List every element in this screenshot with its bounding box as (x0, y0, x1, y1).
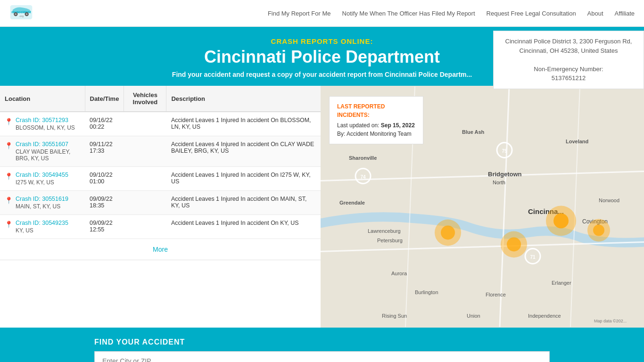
svg-text:Map data ©202...: Map data ©202... (594, 319, 627, 323)
map-section[interactable]: 74 75 71 Sharonville Blue Ash Loveland G… (321, 86, 644, 328)
svg-text:Blue Ash: Blue Ash (462, 129, 485, 135)
svg-text:Union: Union (467, 313, 480, 319)
pin-icon: 📍 (5, 173, 13, 180)
datetime-cell: 09/10/22 01:00 (85, 167, 124, 191)
nav-notify[interactable]: Notify Me When The Officer Has Filed My … (342, 10, 475, 17)
more-link-row: More (0, 239, 321, 260)
description-cell: Accident Leaves 1 Injured In accident On… (166, 191, 321, 215)
svg-text:Sharonville: Sharonville (349, 155, 377, 161)
location-cell: 📍 Crash ID: 30549235 KY, US (5, 220, 80, 234)
col-vehicles: Vehicles Involved (124, 86, 166, 112)
crash-id-link[interactable]: Crash ID: 30571293 (16, 117, 75, 123)
find-accident-title: FIND YOUR ACCIDENT (94, 338, 550, 346)
nav-about[interactable]: About (587, 10, 603, 17)
location-cell: 📍 Crash ID: 30571293 BLOSSOM, LN, KY, US (5, 117, 80, 131)
svg-text:Florence: Florence (486, 292, 506, 297)
table-row: 📍 Crash ID: 30549455 I275 W, KY, US 09/1… (0, 167, 321, 191)
svg-text:Bridgetown: Bridgetown (488, 171, 522, 178)
table-row: 📍 Crash ID: 30549235 KY, US 09/09/22 12:… (0, 215, 321, 239)
description-cell: Accident Leaves 1 Injured In accident On… (166, 215, 321, 239)
location-text: KY, US (16, 227, 68, 234)
vehicles-cell (124, 136, 166, 167)
last-reported-box: LAST REPORTED INCIDENTS: Last updated on… (329, 96, 423, 144)
svg-text:Independence: Independence (528, 313, 561, 319)
pin-icon: 📍 (5, 118, 13, 125)
svg-text:North: North (493, 180, 505, 185)
nav-legal[interactable]: Request Free Legal Consultation (487, 10, 576, 17)
location-cell: 📍 Crash ID: 30551619 MAIN, ST, KY, US (5, 196, 80, 210)
datetime-cell: 09/11/22 17:33 (85, 136, 124, 167)
col-description: Description (166, 86, 321, 112)
updated-date: Sep 15, 2022 (381, 122, 415, 129)
svg-text:Loveland: Loveland (566, 139, 588, 144)
svg-text:75: 75 (502, 148, 507, 154)
svg-text:Burlington: Burlington (415, 289, 438, 295)
col-location: Location (0, 86, 85, 112)
svg-point-6 (26, 13, 28, 15)
datetime-cell: 09/09/22 18:35 (85, 191, 124, 215)
svg-point-38 (441, 226, 455, 240)
navbar: myaccident .org Find My Report For Me No… (0, 0, 644, 27)
last-updated: Last updated on: Sep 15, 2022 (337, 121, 415, 130)
location-text: CLAY WADE BAILEY, BRG, KY, US (16, 148, 80, 162)
svg-text:Greendale: Greendale (339, 200, 365, 206)
col-datetime: Date/Time (85, 86, 124, 112)
nav-affiliate[interactable]: Affiliate (615, 10, 635, 17)
datetime-cell: 09/16/22 00:22 (85, 112, 124, 136)
crash-id-link[interactable]: Crash ID: 30551619 (16, 196, 68, 202)
svg-point-40 (507, 238, 521, 252)
logo[interactable]: myaccident .org (9, 4, 33, 23)
main-content: Location Date/Time Vehicles Involved Des… (0, 86, 644, 328)
find-accident-input[interactable] (94, 351, 550, 362)
more-link[interactable]: More (153, 246, 168, 253)
svg-text:74: 74 (360, 174, 366, 180)
vehicles-cell (124, 167, 166, 191)
svg-text:Rising Sun: Rising Sun (382, 313, 407, 319)
svg-text:Aurora: Aurora (391, 271, 407, 276)
location-text: MAIN, ST, KY, US (16, 203, 68, 210)
svg-text:Petersburg: Petersburg (377, 238, 403, 243)
pin-icon: 📍 (5, 221, 13, 228)
pin-icon: 📍 (5, 142, 13, 149)
svg-text:.org: .org (19, 15, 24, 17)
location-text: BLOSSOM, LN, KY, US (16, 124, 75, 131)
by-value: Accident Monitoring Team (347, 131, 412, 137)
svg-text:Norwood: Norwood (599, 197, 619, 203)
pin-icon: 📍 (5, 197, 13, 204)
table-header-row: Location Date/Time Vehicles Involved Des… (0, 86, 321, 112)
info-phone: 5137651212 (552, 74, 586, 82)
info-address: Cincinnati Police District 3, 2300 Fergu… (505, 38, 632, 54)
description-cell: Accident Leaves 1 Injured In accident On… (166, 112, 321, 136)
table-row: 📍 Crash ID: 30551619 MAIN, ST, KY, US 09… (0, 191, 321, 215)
table-row: 📍 Crash ID: 30571293 BLOSSOM, LN, KY, US… (0, 112, 321, 136)
last-by: By: Accident Monitoring Team (337, 130, 415, 138)
datetime-cell: 09/09/22 12:55 (85, 215, 124, 239)
location-text: I275 W, KY, US (16, 179, 68, 186)
location-cell: 📍 Crash ID: 30551607 CLAY WADE BAILEY, B… (5, 141, 80, 162)
navbar-links: Find My Report For Me Notify Me When The… (268, 10, 635, 17)
svg-point-44 (593, 225, 604, 236)
location-cell: 📍 Crash ID: 30549455 I275 W, KY, US (5, 172, 80, 186)
info-card: Cincinnati Police District 3, 2300 Fergu… (493, 31, 644, 89)
crash-id-link[interactable]: Crash ID: 30549455 (16, 172, 68, 178)
table-row: 📍 Crash ID: 30551607 CLAY WADE BAILEY, B… (0, 136, 321, 167)
svg-text:Erlanger: Erlanger (552, 280, 571, 286)
logo-icon: myaccident .org (9, 4, 33, 23)
svg-text:Lawrenceburg: Lawrenceburg (368, 228, 401, 234)
incidents-table: Location Date/Time Vehicles Involved Des… (0, 86, 321, 239)
last-reported-title: LAST REPORTED INCIDENTS: (337, 102, 415, 119)
table-section: Location Date/Time Vehicles Involved Des… (0, 86, 321, 328)
find-accident-section: FIND YOUR ACCIDENT (0, 328, 644, 362)
svg-point-42 (553, 214, 569, 229)
info-non-emergency-label: Non-Emergency Number: (534, 66, 603, 73)
crash-id-link[interactable]: Crash ID: 30549235 (16, 220, 68, 226)
by-label: By: (337, 131, 345, 137)
svg-text:71: 71 (530, 255, 536, 260)
updated-label: Last updated on: (337, 122, 379, 129)
hero-banner: Cincinnati Police District 3, 2300 Fergu… (0, 27, 644, 86)
crash-id-link[interactable]: Crash ID: 30551607 (16, 141, 80, 148)
nav-find-report[interactable]: Find My Report For Me (268, 10, 331, 17)
svg-point-5 (15, 13, 17, 15)
description-cell: Accident Leaves 1 Injured In accident On… (166, 167, 321, 191)
vehicles-cell (124, 191, 166, 215)
